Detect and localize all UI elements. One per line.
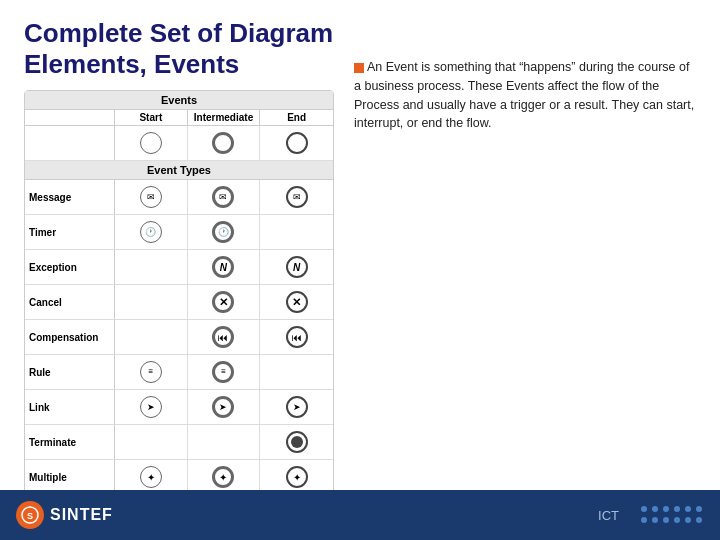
term-end-circle [286,431,308,453]
empty-end [286,361,308,383]
row-label-link: Link [25,390,115,424]
left-panel: Complete Set of Diagram Elements, Events… [24,18,334,495]
star-icon: ✦ [293,472,301,483]
col-header-intermediate: Intermediate [188,110,261,125]
end-basic [260,126,333,160]
col-headers: Start Intermediate End [25,110,333,126]
col-header-empty [25,110,115,125]
cell-rule-end [260,355,333,389]
dot-9 [663,517,669,523]
envelope-icon: ✉ [219,193,227,202]
arrow-icon: ➤ [147,402,155,412]
x-icon: ✕ [219,296,228,309]
cell-link-end: ➤ [260,390,333,424]
footer: S SINTEF ICT [0,490,720,540]
cell-term-inter [188,425,261,459]
cell-exception-end: N [260,250,333,284]
cancel-inter-circle: ✕ [212,291,234,313]
row-label-rule: Rule [25,355,115,389]
arrow-icon: ➤ [293,402,301,412]
logo-icon: S [21,506,39,524]
description-text: An Event is something that “happens” dur… [354,58,696,133]
arrow-icon: ➤ [219,402,227,412]
dot-1 [641,506,647,512]
multi-start-circle: ✦ [140,466,162,488]
empty-label [25,126,115,160]
dot-2 [652,506,658,512]
table-row-compensation: Compensation ⏮ ⏮ [25,320,333,355]
dot-7 [641,517,647,523]
cell-exception-inter: N [188,250,261,284]
intermediate-circle [212,132,234,154]
footer-ict-label: ICT [598,508,619,523]
title-line1: Complete Set of Diagram [24,18,333,48]
svg-text:S: S [27,511,33,521]
cell-exception-start [115,250,188,284]
filled-dot [291,436,303,448]
table-row-exception: Exception N N [25,250,333,285]
table-row-rule: Rule ≡ ≡ [25,355,333,390]
multi-inter-circle: ✦ [212,466,234,488]
cell-link-start: ➤ [115,390,188,424]
cell-comp-end: ⏮ [260,320,333,354]
comp-end-circle: ⏮ [286,326,308,348]
empty-start [140,326,162,348]
dot-3 [663,506,669,512]
rule-inter-circle: ≡ [212,361,234,383]
cell-rule-inter: ≡ [188,355,261,389]
msg-inter-circle: ✉ [212,186,234,208]
description-content: An Event is something that “happens” dur… [354,60,694,130]
rewind-icon: ⏮ [292,332,302,343]
events-table: Events Start Intermediate End [24,90,334,495]
msg-end-circle: ✉ [286,186,308,208]
row-label-timer: Timer [25,215,115,249]
cancel-end-circle: ✕ [286,291,308,313]
empty-start [140,256,162,278]
link-end-circle: ➤ [286,396,308,418]
empty-end [286,221,308,243]
cell-rule-start: ≡ [115,355,188,389]
table-row-terminate: Terminate [25,425,333,460]
cell-message-inter: ✉ [188,180,261,214]
cell-term-end [260,425,333,459]
events-section-header: Events [25,91,333,110]
row-label-message: Message [25,180,115,214]
start-basic [115,126,188,160]
rule-start-circle: ≡ [140,361,162,383]
table-row-message: Message ✉ ✉ ✉ [25,180,333,215]
table-row-timer: Timer 🕐 🕐 [25,215,333,250]
footer-dots [641,506,704,525]
clock-icon: 🕐 [145,227,156,237]
empty-inter [212,431,234,453]
cell-cancel-start [115,285,188,319]
col-header-end: End [260,110,333,125]
envelope-icon: ✉ [147,193,155,202]
end-circle [286,132,308,154]
page-title: Complete Set of Diagram Elements, Events [24,18,334,80]
basic-events-row [25,126,333,161]
x-icon: ✕ [292,296,301,309]
exc-end-circle: N [286,256,308,278]
event-types-header: Event Types [25,161,333,180]
cell-message-start: ✉ [115,180,188,214]
lines-icon: ≡ [221,368,226,376]
cell-term-start [115,425,188,459]
table-row-link: Link ➤ ➤ ➤ [25,390,333,425]
clock-icon: 🕐 [218,227,229,237]
star-icon: ✦ [219,472,227,483]
exception-icon: N [293,262,300,273]
cell-comp-start [115,320,188,354]
col-header-start: Start [115,110,188,125]
table-row-cancel: Cancel ✕ ✕ [25,285,333,320]
exc-inter-circle: N [212,256,234,278]
cell-link-inter: ➤ [188,390,261,424]
cell-timer-start: 🕐 [115,215,188,249]
dot-8 [652,517,658,523]
cell-cancel-end: ✕ [260,285,333,319]
main-content: Complete Set of Diagram Elements, Events… [0,0,720,540]
cell-comp-inter: ⏮ [188,320,261,354]
row-label-cancel: Cancel [25,285,115,319]
cell-timer-end [260,215,333,249]
footer-logo: S SINTEF [16,501,113,529]
row-label-compensation: Compensation [25,320,115,354]
